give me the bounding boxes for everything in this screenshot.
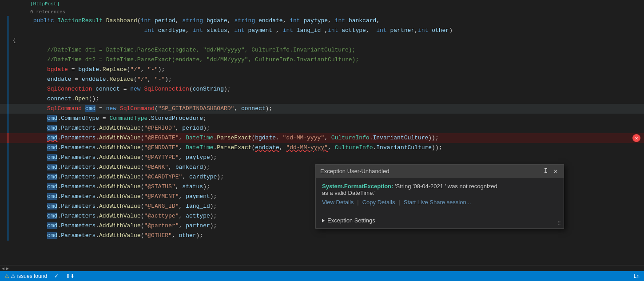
gutter-16 xyxy=(4,162,12,172)
status-left: ⚠ ⚠ issues found ✓ ⬆⬇ xyxy=(4,273,75,279)
status-right: Ln xyxy=(634,273,640,279)
status-bar: ⚠ ⚠ issues found ✓ ⬆⬇ Ln xyxy=(0,271,644,281)
separator-2: | xyxy=(398,199,400,206)
popup-controls: ✕ xyxy=(542,167,559,174)
svg-rect-0 xyxy=(545,168,547,169)
exception-type-name: System.FormatException: xyxy=(322,183,393,190)
status-check-icon: ✓ xyxy=(54,273,59,279)
resize-handle[interactable]: ⠿ xyxy=(557,221,561,226)
gutter-9 xyxy=(4,94,12,104)
gutter-2 xyxy=(4,26,12,36)
scroll-arrows[interactable]: ◀ ▶ xyxy=(2,266,9,271)
issues-found: ⚠ ⚠ issues found xyxy=(4,273,47,279)
gutter-23 xyxy=(4,231,12,241)
popup-footer: Exception Settings xyxy=(316,215,564,228)
svg-rect-1 xyxy=(545,169,546,172)
code-line-23: cmd.Parameters.AddWithValue("@OTHER", ot… xyxy=(0,231,644,241)
gutter-14 xyxy=(4,143,12,153)
popup-pin-button[interactable] xyxy=(542,167,549,174)
gutter-22 xyxy=(4,221,12,231)
live-share-link[interactable]: Start Live Share session... xyxy=(404,199,471,206)
exception-settings[interactable]: Exception Settings xyxy=(322,217,557,224)
gutter-13 xyxy=(4,133,12,143)
gutter-11 xyxy=(4,114,12,123)
code-editor: [HttpPost] 0 references public IActionRe… xyxy=(0,0,644,281)
gutter-21 xyxy=(4,211,12,221)
gutter-4 xyxy=(4,45,12,55)
gutter-20 xyxy=(4,202,12,211)
gutter-12 xyxy=(4,123,12,133)
gutter-5 xyxy=(4,55,12,65)
scroll-left-arrow[interactable]: ◀ xyxy=(2,266,4,271)
status-arrows[interactable]: ⬆⬇ xyxy=(66,273,75,279)
code-line-2: int cardtype, int status, int payment , … xyxy=(0,26,644,36)
popup-title: Exception User-Unhandled xyxy=(320,168,389,174)
triangle-icon xyxy=(322,219,325,222)
popup-header: Exception User-Unhandled ✕ xyxy=(316,165,564,178)
exception-settings-label: Exception Settings xyxy=(327,217,375,224)
popup-body: System.FormatException: 'String '08-04-2… xyxy=(316,178,564,215)
gutter-18 xyxy=(4,182,12,192)
gutter-1 xyxy=(4,16,12,26)
exception-popup: Exception User-Unhandled ✕ System.Format… xyxy=(315,164,564,229)
separator-1: | xyxy=(357,199,358,206)
gutter-10 xyxy=(4,104,12,114)
svg-rect-2 xyxy=(545,172,547,173)
popup-actions: View Details | Copy Details | Start Live… xyxy=(322,199,557,206)
popup-close-button[interactable]: ✕ xyxy=(552,167,559,174)
gutter-19 xyxy=(4,192,12,202)
gutter-8 xyxy=(4,84,12,94)
gutter-3 xyxy=(4,36,12,45)
copy-details-link[interactable]: Copy Details xyxy=(362,199,395,206)
view-details-link[interactable]: View Details xyxy=(322,199,354,206)
scroll-right-arrow[interactable]: ▶ xyxy=(6,266,9,271)
exception-type: System.FormatException: 'String '08-04-2… xyxy=(322,183,557,196)
status-ln: Ln xyxy=(634,273,640,279)
gutter-15 xyxy=(4,153,12,162)
gutter-7 xyxy=(4,75,12,84)
gutter-17 xyxy=(4,172,12,182)
gutter-6 xyxy=(4,65,12,75)
horizontal-scrollbar[interactable]: ◀ ▶ xyxy=(0,265,644,271)
